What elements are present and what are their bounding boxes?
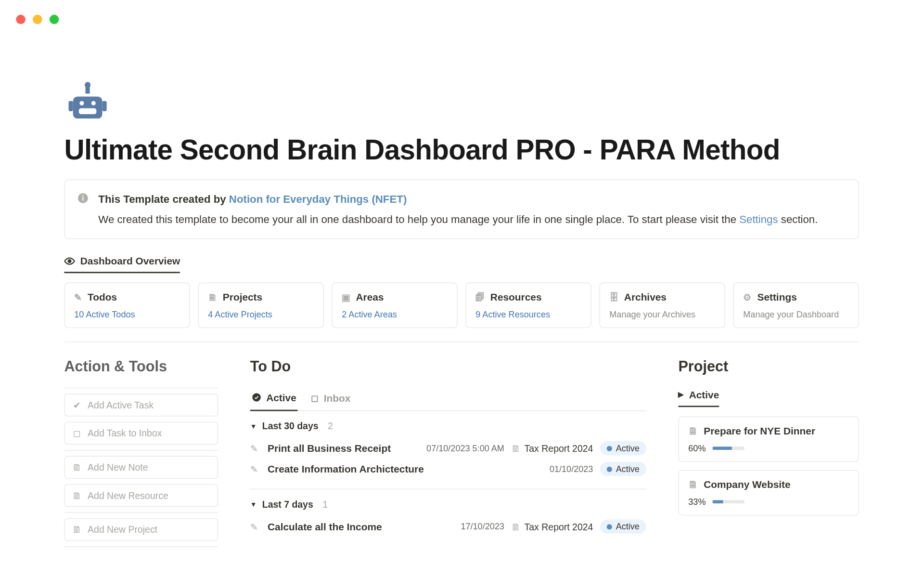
tab-project-active[interactable]: ▶ Active (678, 389, 719, 407)
svg-point-11 (68, 260, 71, 263)
close-window-button[interactable] (16, 15, 25, 24)
todo-date: 01/10/2023 (550, 464, 593, 474)
tab-label: Active (689, 389, 719, 401)
progress-fill (712, 447, 732, 450)
add-new-project-button[interactable]: 🗎Add New Project (64, 518, 218, 541)
todo-project: 🗎Tax Report 2024 (511, 521, 593, 532)
status-dot-icon (606, 466, 612, 472)
todo-title: Calculate all the Income (268, 521, 382, 533)
card-title: Areas (356, 291, 384, 303)
card-title: Settings (757, 291, 796, 303)
resource-icon: 🗐 (475, 292, 485, 302)
project-title: Prepare for NYE Dinner (704, 425, 815, 437)
callout: This Template created by Notion for Ever… (64, 180, 859, 239)
status-dot-icon (606, 446, 612, 451)
project-heading: Project (678, 358, 859, 376)
todo-date: 07/10/2023 5:00 AM (426, 443, 504, 453)
progress-bar (712, 447, 744, 450)
page-icon: 🗎 (511, 443, 520, 454)
tab-dashboard-overview[interactable]: Dashboard Overview (64, 255, 180, 274)
card-projects[interactable]: 🗎Projects 4 Active Projects (198, 283, 323, 328)
inbox-icon: ◻ (311, 393, 319, 403)
author-link[interactable]: Notion for Everyday Things (NFET) (229, 194, 407, 205)
status-badge: Active (600, 462, 646, 476)
svg-rect-1 (79, 108, 96, 114)
card-subtitle: 4 Active Projects (208, 309, 314, 319)
page-icon: 🗎 (72, 525, 82, 535)
divider (64, 547, 218, 547)
card-archives[interactable]: 🗄Archives Manage your Archives (599, 283, 725, 328)
divider (64, 342, 859, 342)
eye-icon (64, 256, 75, 266)
status-badge: Active (600, 441, 646, 455)
svg-point-5 (85, 82, 90, 88)
check-icon: ✔ (72, 400, 82, 410)
play-icon: ▶ (678, 391, 683, 399)
add-new-note-button[interactable]: 🗎Add New Note (64, 456, 218, 479)
tab-inbox[interactable]: ◻ Inbox (310, 388, 352, 410)
maximize-window-button[interactable] (50, 15, 59, 24)
inbox-icon: ◻ (72, 428, 82, 438)
todo-row[interactable]: ✎ Print all Business Receipt 07/10/2023 … (250, 438, 646, 459)
svg-point-2 (79, 101, 84, 105)
info-icon (77, 192, 89, 228)
button-label: Add Active Task (88, 400, 154, 410)
group-label: Last 30 days (262, 420, 319, 431)
window-controls (16, 15, 59, 24)
group-last-30-days[interactable]: ▼ Last 30 days 2 (250, 420, 646, 431)
pencil-icon: ✎ (250, 443, 261, 454)
status-badge: Active (600, 520, 646, 534)
button-label: Add Task to Inbox (88, 428, 162, 438)
callout-desc-before: We created this template to become your … (98, 213, 739, 225)
divider (64, 450, 218, 450)
card-subtitle: Manage your Dashboard (743, 309, 849, 319)
action-tools-heading: Action & Tools (64, 358, 218, 376)
minimize-window-button[interactable] (33, 15, 42, 24)
tab-label: Active (266, 392, 296, 403)
todo-project: 🗎Tax Report 2024 (511, 443, 593, 454)
svg-point-10 (82, 195, 84, 197)
card-settings[interactable]: ⚙Settings Manage your Dashboard (733, 283, 859, 328)
page-icon-robot[interactable] (64, 79, 859, 126)
group-last-7-days[interactable]: ▼ Last 7 days 1 (250, 499, 646, 510)
todo-date: 17/10/2023 (461, 522, 504, 532)
project-title: Company Website (704, 479, 790, 490)
pencil-icon: ✎ (250, 521, 261, 532)
add-new-resource-button[interactable]: 🗎Add New Resource (64, 484, 218, 507)
callout-prefix: This Template created by (98, 194, 229, 205)
page-icon: 🗎 (688, 425, 698, 437)
project-percent: 60% (688, 443, 706, 453)
page-title[interactable]: Ultimate Second Brain Dashboard PRO - PA… (64, 134, 859, 166)
card-subtitle: 9 Active Resources (475, 309, 581, 319)
card-areas[interactable]: ▣Areas 2 Active Areas (332, 283, 457, 328)
status-dot-icon (606, 524, 612, 529)
progress-bar (712, 500, 744, 504)
todo-heading: To Do (250, 358, 646, 376)
page-icon: 🗎 (688, 479, 698, 490)
add-task-inbox-button[interactable]: ◻Add Task to Inbox (64, 422, 218, 445)
svg-rect-6 (69, 101, 73, 111)
button-label: Add New Resource (88, 490, 168, 501)
callout-desc-after: section. (778, 213, 818, 225)
add-active-task-button[interactable]: ✔Add Active Task (64, 394, 218, 417)
todo-row[interactable]: ✎ Calculate all the Income 17/10/2023 🗎T… (250, 516, 646, 537)
todo-title: Print all Business Receipt (268, 443, 391, 454)
card-subtitle: Manage your Archives (609, 309, 715, 319)
settings-link[interactable]: Settings (739, 213, 778, 225)
overview-tab-label: Dashboard Overview (80, 255, 180, 267)
chevron-down-icon: ▼ (250, 422, 257, 430)
project-card[interactable]: 🗎Prepare for NYE Dinner 60% (678, 417, 859, 462)
divider (64, 512, 218, 513)
card-resources[interactable]: 🗐Resources 9 Active Resources (465, 283, 591, 328)
pencil-icon: ✎ (250, 464, 261, 474)
card-todos[interactable]: ✎Todos 10 Active Todos (64, 283, 190, 328)
card-subtitle: 2 Active Areas (342, 309, 448, 319)
todo-row[interactable]: ✎ Create Information Archictecture 01/10… (250, 459, 646, 479)
tab-active[interactable]: Active (250, 388, 298, 411)
gear-icon: ⚙ (743, 292, 752, 302)
project-card[interactable]: 🗎Company Website 33% (678, 470, 859, 516)
button-label: Add New Project (88, 525, 157, 535)
svg-rect-7 (102, 101, 106, 111)
group-count: 1 (322, 499, 328, 510)
archive-icon: 🗄 (609, 292, 618, 302)
